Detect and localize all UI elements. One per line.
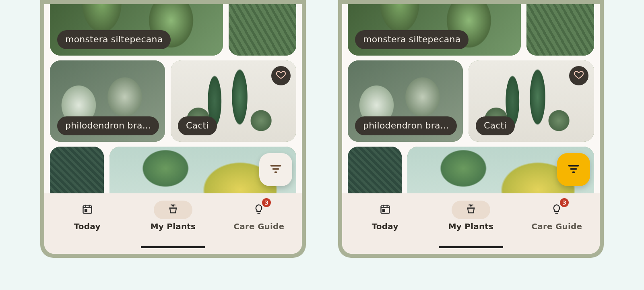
notification-badge: 3 (560, 198, 569, 207)
nav-item-today[interactable]: Today (345, 201, 425, 231)
home-indicator[interactable] (439, 246, 503, 248)
heart-icon (574, 70, 584, 82)
plant-card-label: monstera siltepecana (355, 30, 469, 49)
plant-card-label: philodendron bra... (57, 116, 159, 135)
nav-item-care-guide[interactable]: 3 Care Guide (219, 201, 299, 231)
bottom-nav: Today My Plants 3 (44, 193, 302, 254)
screen-right: monstera siltepecana philodendron bra... (342, 4, 600, 254)
plant-card-monstera[interactable]: monstera siltepecana (348, 4, 521, 56)
nav-icon-wrap (366, 201, 405, 219)
calendar-icon (380, 203, 391, 216)
plant-photo (526, 4, 594, 56)
device-frame-left: monstera siltepecana philodendron bra... (40, 0, 306, 258)
plant-pot-icon (465, 203, 477, 216)
nav-label: My Plants (151, 222, 196, 231)
favorite-button[interactable] (271, 66, 291, 85)
svg-rect-1 (272, 168, 279, 170)
nav-item-today[interactable]: Today (47, 201, 128, 231)
plant-card-generic[interactable] (526, 4, 594, 56)
filter-icon (568, 164, 580, 175)
filter-button[interactable] (557, 153, 590, 186)
nav-icon-wrap (68, 201, 107, 219)
filter-button[interactable] (259, 153, 292, 186)
svg-rect-5 (568, 165, 579, 166)
svg-rect-2 (275, 172, 277, 173)
screen-left: monstera siltepecana philodendron bra... (44, 4, 302, 254)
svg-rect-7 (572, 172, 575, 173)
svg-rect-0 (270, 165, 281, 166)
nav-item-my-plants[interactable]: My Plants (133, 201, 213, 231)
svg-rect-6 (570, 168, 577, 170)
svg-rect-9 (383, 209, 385, 211)
device-frame-right: monstera siltepecana philodendron bra... (338, 0, 604, 258)
plant-card-label: monstera siltepecana (57, 30, 171, 49)
home-indicator[interactable] (141, 246, 205, 248)
plant-card-label: Cacti (178, 116, 217, 135)
plant-card-philodendron[interactable]: philodendron bra... (348, 60, 463, 142)
nav-item-care-guide[interactable]: 3 Care Guide (516, 201, 597, 231)
comparison-stage: monstera siltepecana philodendron bra... (0, 0, 644, 258)
nav-label: My Plants (448, 222, 493, 231)
svg-rect-4 (85, 209, 87, 211)
plant-card-label: philodendron bra... (355, 116, 457, 135)
plant-card-cacti[interactable]: Cacti (469, 60, 594, 142)
notification-badge: 3 (262, 198, 271, 207)
nav-label: Care Guide (233, 222, 284, 231)
nav-icon-wrap: 3 (239, 201, 278, 219)
heart-icon (276, 70, 286, 82)
nav-label: Today (372, 222, 398, 231)
plant-card-monstera[interactable]: monstera siltepecana (50, 4, 223, 56)
plant-card-cacti[interactable]: Cacti (171, 60, 296, 142)
favorite-button[interactable] (569, 66, 588, 85)
filter-icon (270, 164, 282, 175)
calendar-icon (82, 203, 93, 216)
plant-photo (229, 4, 296, 56)
nav-label: Care Guide (531, 222, 582, 231)
plant-card-generic[interactable] (229, 4, 296, 56)
plant-card-label: Cacti (476, 116, 515, 135)
nav-icon-wrap (154, 201, 192, 219)
bottom-nav: Today My Plants 3 (342, 193, 600, 254)
nav-icon-wrap: 3 (537, 201, 576, 219)
nav-label: Today (74, 222, 101, 231)
nav-item-my-plants[interactable]: My Plants (431, 201, 511, 231)
plant-card-philodendron[interactable]: philodendron bra... (50, 60, 165, 142)
plant-pot-icon (167, 203, 179, 216)
nav-icon-wrap (452, 201, 490, 219)
